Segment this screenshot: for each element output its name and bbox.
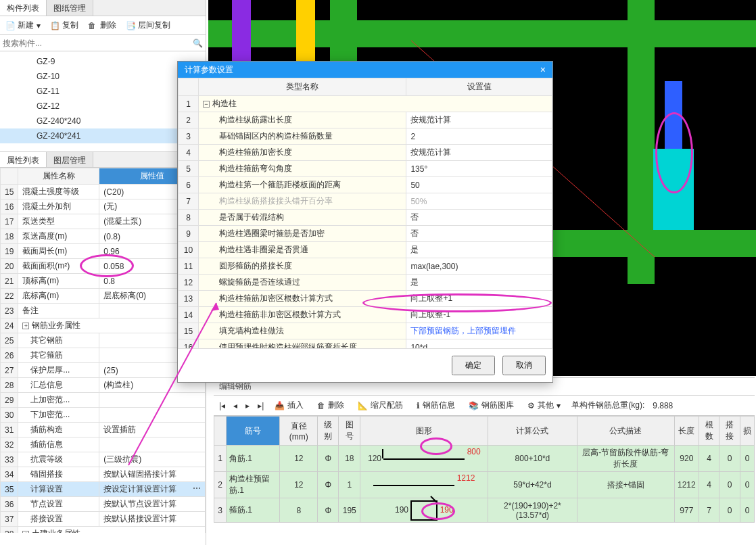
property-row[interactable]: 34 锚固搭接按默认锚固搭接计算 (1, 467, 206, 482)
info-button[interactable]: ℹ 钢筋信息 (414, 398, 458, 412)
property-row[interactable]: 25 其它钢筋 (1, 333, 206, 348)
other-button[interactable]: ⚙ 其他 ▾ (525, 398, 563, 412)
nav-next[interactable]: ▸ (245, 401, 250, 410)
copy-button[interactable]: 📋复制 (47, 18, 81, 32)
tree-item[interactable]: GZ-240*240 (0, 114, 206, 128)
property-tabs: 属性列表 图层管理 (0, 151, 206, 168)
left-tabs: 构件列表 图纸管理 (0, 0, 206, 16)
param-row[interactable]: 14 构造柱箍筋非加密区根数计算方式向上取整-1 (179, 307, 552, 323)
tree-item[interactable]: GZ-9 (0, 54, 206, 69)
property-row[interactable]: 37 搭接设置按默认搭接设置计算 (1, 512, 206, 527)
param-row[interactable]: 10 构造柱遇非圈梁是否贯通是 (179, 242, 552, 258)
param-row[interactable]: 11 圆形箍筋的搭接长度max(lae,300) (179, 258, 552, 275)
tab-drawings[interactable]: 图纸管理 (47, 0, 93, 16)
property-row[interactable]: 30 下加密范... (1, 408, 206, 423)
search-row: 🔍 (0, 35, 206, 51)
param-row[interactable]: 6 构造柱第一个箍筋距楼板面的距离50 (179, 177, 552, 193)
svg-rect-4 (628, 0, 655, 284)
property-scroll[interactable]: 属性名称 属性值 15混凝土强度等级(C20)16混凝土外加剂(无)17泵送类型… (0, 168, 206, 533)
tree-item[interactable]: GZ-12 (0, 99, 206, 114)
scale-button[interactable]: 📐 缩尺配筋 (355, 398, 406, 412)
tree-item[interactable]: GZ-11 (0, 84, 206, 99)
collapse-icon[interactable]: − (203, 101, 210, 108)
tab-properties[interactable]: 属性列表 (0, 152, 47, 167)
property-row[interactable]: 16混凝土外加剂(无) (1, 199, 206, 214)
rebar-col-head: 根数 (699, 417, 719, 446)
dialog-title: 计算参数设置 (185, 64, 233, 76)
tree-item[interactable]: GZ-10 (0, 69, 206, 84)
param-row[interactable]: 2 构造柱纵筋露出长度按规范计算 (179, 112, 552, 128)
rebar-delete-button[interactable]: 🗑 删除 (314, 398, 347, 412)
rebar-col-head: 搭接 (719, 417, 740, 446)
param-row[interactable]: 7 构造柱纵筋搭接接头错开百分率50% (179, 193, 552, 210)
search-input[interactable] (3, 39, 193, 48)
property-row[interactable]: 29 上加密范... (1, 393, 206, 408)
param-row[interactable]: 8 是否属于砖混结构否 (179, 210, 552, 226)
search-icon[interactable]: 🔍 (193, 39, 203, 48)
layer-copy-icon: 📑 (126, 21, 135, 30)
rebar-col-head: 长度 (675, 417, 699, 446)
property-row[interactable]: 33 抗震等级(三级抗震) (1, 452, 206, 467)
property-row[interactable]: 20截面面积(m²)0.058 (1, 259, 206, 274)
delete-button[interactable]: 🗑删除 (85, 18, 119, 32)
plus-icon: 📄 (5, 21, 15, 30)
insert-button[interactable]: 📥 插入 (272, 398, 306, 412)
dialog-title-bar[interactable]: 计算参数设置 × (178, 62, 552, 78)
property-row[interactable]: 19截面周长(m)0.96 (1, 244, 206, 259)
param-row[interactable]: 12 螺旋箍筋是否连续通过是 (179, 275, 552, 291)
param-head-value: 设置值 (406, 78, 552, 96)
delete-icon: 🗑 (88, 21, 97, 30)
property-row[interactable]: 24+钢筋业务属性 (1, 318, 206, 333)
layer-copy-button[interactable]: 📑层间复制 (123, 18, 173, 32)
expand-icon[interactable]: + (22, 531, 29, 533)
rebar-row[interactable]: 3箍筋.18Φ195190 1902*(190+190)+2*(13.57*d)… (214, 498, 755, 523)
tab-layers[interactable]: 图层管理 (47, 152, 93, 167)
rebar-col-head: 图形 (360, 417, 488, 446)
cancel-button[interactable]: 取消 (502, 356, 546, 375)
property-row[interactable]: 28 汇总信息(构造柱) (1, 378, 206, 393)
param-row[interactable]: 4 构造柱箍筋加密长度按规范计算 (179, 145, 552, 161)
property-row[interactable]: 36 节点设置按默认节点设置计算 (1, 497, 206, 512)
property-row[interactable]: 22底标高(m)层底标高(0) (1, 289, 206, 304)
property-row[interactable]: 27 保护层厚...(25) (1, 363, 206, 378)
param-row[interactable]: 9 构造柱遇圈梁时箍筋是否加密否 (179, 226, 552, 242)
property-row[interactable]: 26 其它箍筋 (1, 348, 206, 363)
nav-first[interactable]: |◂ (219, 401, 225, 410)
rebar-col-head: 直径(mm) (280, 417, 318, 446)
nav-prev[interactable]: ◂ (233, 401, 237, 410)
property-row[interactable]: 38+土建业务属性 (1, 527, 206, 534)
lib-button[interactable]: 📚 钢筋图库 (466, 398, 517, 412)
tree-item[interactable]: GZ-240*241 (0, 128, 206, 143)
new-button[interactable]: 📄新建 ▾ (3, 18, 43, 32)
nav-last[interactable]: ▸| (258, 401, 264, 410)
dialog-body[interactable]: 类型名称 设置值 1−构造柱 2 构造柱纵筋露出长度按规范计算3 基础锚固区内的… (178, 78, 552, 348)
rebar-col-head: 损 (740, 417, 754, 446)
property-row[interactable]: 21顶标高(m)0.8 (1, 274, 206, 289)
property-row[interactable]: 23备注 (1, 304, 206, 318)
ok-button[interactable]: 确定 (452, 356, 495, 375)
svg-rect-8 (653, 149, 694, 230)
expand-icon[interactable]: + (22, 323, 29, 329)
close-icon[interactable]: × (540, 64, 546, 75)
rebar-row[interactable]: 2构造柱预留筋.112Φ1 121259*d+42*d搭接+锚固1212400 (214, 472, 755, 498)
property-row[interactable]: 31 插筋构造设置插筋 (1, 423, 206, 437)
param-row[interactable]: 5 构造柱箍筋弯勾角度135° (179, 161, 552, 177)
tab-components[interactable]: 构件列表 (0, 0, 47, 16)
param-row[interactable]: 13 构造柱箍筋加密区根数计算方式向上取整+1 (179, 291, 552, 307)
rebar-col-head: 图号 (339, 417, 360, 446)
rebar-row[interactable]: 1角筋.112Φ18120 800800+10*d层高-节留筋段件纵筋-弯折长度… (214, 446, 755, 472)
param-group: 构造柱 (212, 99, 237, 108)
property-row[interactable]: 35 计算设置按设定计算设置计算 ⋯ (1, 482, 206, 497)
param-row[interactable]: 3 基础锚固区内的构造柱箍筋数量2 (179, 128, 552, 145)
param-row[interactable]: 15 填充墙构造柱做法下部预留钢筋，上部预留埋件 (179, 323, 552, 339)
rebar-col-head: 公式描述 (577, 417, 674, 446)
property-row[interactable]: 18泵送高度(m)(0.8) (1, 229, 206, 244)
property-row[interactable]: 17泵送类型(混凝土泵) (1, 214, 206, 229)
left-panel: 构件列表 图纸管理 📄新建 ▾ 📋复制 🗑删除 📑层间复制 🔍 GZ-9GZ-1… (0, 0, 206, 545)
param-row[interactable]: 16 使用预埋件时构造柱端部纵筋弯折长度10*d (179, 339, 552, 349)
property-row[interactable]: 32 插筋信息 (1, 437, 206, 452)
rebar-col-head: 筋号 (227, 417, 280, 446)
component-tree: GZ-9GZ-10GZ-11GZ-12GZ-240*240GZ-240*241 (0, 51, 206, 146)
total-value: 9.888 (653, 401, 673, 410)
property-row[interactable]: 15混凝土强度等级(C20) (1, 185, 206, 199)
